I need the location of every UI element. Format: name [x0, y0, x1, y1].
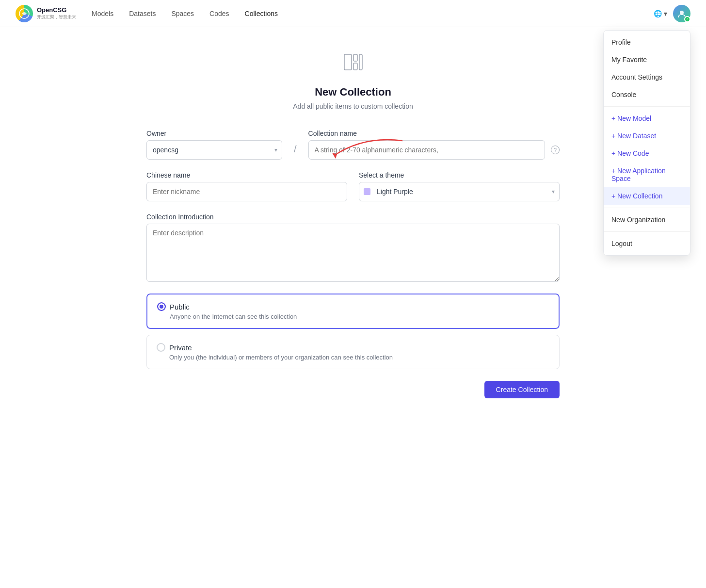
- owner-collection-row: Owner opencsg ▾ / Collection name ?: [146, 130, 560, 160]
- owner-select-wrapper: opencsg ▾: [146, 140, 282, 160]
- private-header: Private: [157, 343, 549, 352]
- dropdown-menu: Profile My Favorite Account Settings Con…: [603, 30, 690, 256]
- intro-label: Collection Introduction: [146, 213, 560, 221]
- public-desc: Anyone on the Internet can see this coll…: [170, 313, 549, 320]
- path-separator: /: [290, 139, 301, 159]
- collection-name-input[interactable]: [308, 140, 545, 160]
- svg-rect-2: [344, 54, 352, 70]
- navbar-right: 🌐 ▾ ✓ Profile My Favorite Account Settin…: [654, 5, 690, 22]
- nav-datasets[interactable]: Datasets: [129, 10, 156, 17]
- svg-rect-3: [353, 54, 357, 61]
- dropdown-section-org: New Organization: [604, 208, 690, 232]
- svg-rect-5: [359, 54, 362, 70]
- main-content: New Collection Add all public items to c…: [135, 27, 571, 422]
- public-label: Public: [170, 303, 190, 311]
- info-icon[interactable]: ?: [551, 146, 560, 154]
- chinese-name-group: Chinese name: [146, 171, 347, 201]
- chinese-name-input[interactable]: [146, 182, 347, 201]
- dropdown-console[interactable]: Console: [604, 86, 690, 103]
- separator-container: /: [290, 139, 301, 160]
- avatar-check-icon: ✓: [684, 16, 690, 22]
- dropdown-profile[interactable]: Profile: [604, 33, 690, 51]
- dropdown-section-logout: Logout: [604, 232, 690, 255]
- owner-group: Owner opencsg ▾: [146, 130, 282, 160]
- private-option[interactable]: Private Only you (the individual) or mem…: [146, 335, 560, 369]
- private-radio-circle: [157, 343, 165, 352]
- logo[interactable]: OpenCSG 开源汇聚，智慧未来: [16, 5, 76, 22]
- dropdown-new-app-space[interactable]: + New Application Space: [604, 162, 690, 187]
- dropdown-section-new: + New Model + New Dataset + New Code + N…: [604, 107, 690, 208]
- nav-models[interactable]: Models: [92, 10, 113, 17]
- navbar: OpenCSG 开源汇聚，智慧未来 Models Datasets Spaces…: [0, 0, 706, 27]
- logo-name: OpenCSG: [37, 6, 76, 14]
- page-title: New Collection: [146, 86, 560, 98]
- dropdown-new-dataset[interactable]: + New Dataset: [604, 127, 690, 145]
- theme-select[interactable]: Light Purple: [359, 182, 560, 201]
- public-radio-circle: [157, 302, 166, 311]
- public-header: Public: [157, 302, 549, 311]
- theme-group: Select a theme Light Purple ▾: [359, 171, 560, 201]
- language-button[interactable]: 🌐 ▾: [654, 10, 667, 17]
- collection-name-group: Collection name ?: [308, 130, 560, 160]
- theme-select-wrapper: Light Purple ▾: [359, 182, 560, 201]
- intro-textarea[interactable]: [146, 224, 560, 282]
- chinese-name-label: Chinese name: [146, 171, 347, 179]
- private-label: Private: [169, 343, 192, 352]
- dropdown-my-favorite[interactable]: My Favorite: [604, 51, 690, 68]
- dropdown-logout[interactable]: Logout: [604, 235, 690, 252]
- owner-select[interactable]: opencsg: [146, 140, 282, 160]
- chinese-theme-row: Chinese name Select a theme Light Purple…: [146, 171, 560, 201]
- collection-name-input-row: ?: [308, 140, 560, 160]
- theme-color-dot: [364, 188, 370, 195]
- dropdown-new-collection[interactable]: + New Collection: [604, 187, 690, 205]
- logo-icon: [16, 5, 33, 22]
- svg-point-1: [680, 11, 684, 15]
- collection-name-label: Collection name: [308, 130, 560, 137]
- collection-icon: [146, 50, 560, 78]
- logo-text-group: OpenCSG 开源汇聚，智慧未来: [37, 6, 76, 20]
- intro-group: Collection Introduction: [146, 213, 560, 282]
- navbar-left: OpenCSG 开源汇聚，智慧未来 Models Datasets Spaces…: [16, 5, 278, 22]
- create-collection-button[interactable]: Create Collection: [484, 381, 560, 398]
- lang-icon: 🌐: [654, 10, 662, 17]
- page-subtitle: Add all public items to custom collectio…: [146, 102, 560, 110]
- lang-chevron: ▾: [664, 10, 667, 17]
- dropdown-section-account: Profile My Favorite Account Settings Con…: [604, 31, 690, 107]
- owner-label: Owner: [146, 130, 282, 137]
- nav-spaces[interactable]: Spaces: [171, 10, 194, 17]
- nav-codes[interactable]: Codes: [209, 10, 229, 17]
- dropdown-new-org[interactable]: New Organization: [604, 211, 690, 229]
- private-desc: Only you (the individual) or members of …: [169, 354, 549, 361]
- svg-rect-4: [353, 63, 357, 70]
- dropdown-account-settings[interactable]: Account Settings: [604, 68, 690, 86]
- public-option[interactable]: Public Anyone on the Internet can see th…: [146, 294, 560, 329]
- theme-label: Select a theme: [359, 171, 560, 179]
- dropdown-new-model[interactable]: + New Model: [604, 110, 690, 127]
- avatar[interactable]: ✓: [673, 5, 690, 22]
- dropdown-new-code[interactable]: + New Code: [604, 145, 690, 162]
- nav-collections[interactable]: Collections: [245, 10, 278, 17]
- logo-subtitle: 开源汇聚，智慧未来: [37, 14, 76, 20]
